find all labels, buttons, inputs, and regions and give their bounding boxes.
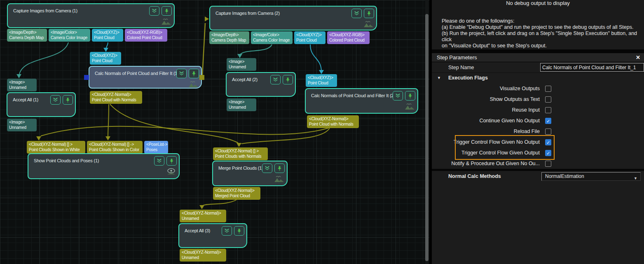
port-label: Poses bbox=[146, 147, 166, 152]
port-type: <Cloud(XYZ)> bbox=[94, 30, 121, 35]
single-step-execution-button[interactable] bbox=[149, 6, 159, 16]
input-port-unnamed[interactable]: <Image>Unnamed bbox=[227, 58, 256, 71]
collapse-caret-icon[interactable]: ▼ bbox=[437, 76, 441, 80]
output-port-unnamed[interactable]: <Image>Unnamed bbox=[227, 98, 256, 111]
node-merge-point-clouds-1[interactable]: Merge Point Clouds (1) bbox=[212, 161, 288, 186]
single-step-execution-button[interactable] bbox=[154, 156, 164, 166]
input-port-point-cloud[interactable]: <Cloud(XYZ)>Point Cloud bbox=[306, 74, 337, 87]
control-flow-out-port[interactable] bbox=[199, 75, 204, 80]
edge-connection[interactable] bbox=[310, 44, 321, 72]
image-output-icon[interactable] bbox=[363, 19, 374, 28]
single-step-execution-button[interactable] bbox=[176, 69, 187, 78]
node-calc-normals-1[interactable]: Calc Normals of Point Cloud and Filter I… bbox=[89, 66, 202, 89]
output-port-camera-depth-map[interactable]: <Image/Depth>Camera Depth Map bbox=[209, 31, 249, 44]
input-port-unnamed[interactable]: <Image>Unnamed bbox=[7, 79, 37, 91]
flag-checkbox[interactable] bbox=[545, 96, 551, 103]
port-type: <Image> bbox=[229, 99, 254, 105]
image-output-icon[interactable] bbox=[405, 102, 415, 110]
project-graph-canvas[interactable]: Capture Images from Camera (1)<Image/Dep… bbox=[0, 0, 429, 264]
port-label: Point Cloud bbox=[92, 58, 119, 63]
node-capture-images-from-camera-1[interactable]: Capture Images from Camera (1) bbox=[7, 3, 175, 28]
flag-checkbox[interactable]: ✓ bbox=[545, 118, 551, 124]
single-step-execution-button[interactable] bbox=[351, 9, 362, 18]
single-step-execution-button[interactable] bbox=[50, 95, 61, 105]
port-label: Point Cloud bbox=[94, 35, 121, 40]
image-output-icon[interactable] bbox=[274, 174, 284, 182]
node-capture-images-from-camera-2[interactable]: Capture Images from Camera (2) bbox=[209, 6, 377, 30]
port-label: Point Cloud with Normals bbox=[309, 121, 357, 127]
run-from-step-button[interactable] bbox=[283, 75, 293, 84]
single-step-execution-button[interactable] bbox=[270, 75, 281, 84]
edge-connection[interactable] bbox=[108, 104, 109, 136]
node-accept-all-1[interactable]: Accept All (1) bbox=[7, 92, 76, 117]
run-from-step-button[interactable] bbox=[405, 91, 415, 100]
step-name-row: Step Name bbox=[432, 62, 644, 73]
output-port-merged-point-cloud[interactable]: <Cloud(XYZ-Normal)>Merged Point Cloud bbox=[213, 187, 260, 200]
run-from-step-button[interactable] bbox=[162, 6, 172, 16]
flag-checkbox[interactable] bbox=[545, 107, 551, 113]
edge-arrowhead bbox=[237, 143, 241, 147]
input-port-point-clouds-shown-in-color[interactable]: <Cloud(XYZ-Normal) [] ->Point Clouds Sho… bbox=[87, 141, 143, 154]
node-accept-all-2[interactable]: Accept All (2) bbox=[226, 72, 296, 97]
image-output-icon[interactable] bbox=[188, 79, 199, 88]
visualize-eye-icon[interactable] bbox=[166, 167, 176, 175]
control-flow-in-port[interactable] bbox=[84, 75, 89, 80]
debug-output-instructions: Please do one of the followings:(a) Enab… bbox=[442, 18, 640, 49]
image-output-icon[interactable] bbox=[161, 17, 171, 25]
input-port-unnamed[interactable]: <Cloud(XYZ-Normal)>Unnamed bbox=[180, 210, 226, 222]
output-port-unnamed[interactable]: <Cloud(XYZ-Normal)>Unnamed bbox=[180, 249, 226, 262]
flag-checkbox[interactable]: ✓ bbox=[545, 150, 551, 156]
edge-connection[interactable] bbox=[19, 42, 68, 74]
port-type: <Cloud(XYZ-Normal)> bbox=[182, 210, 224, 216]
normal-calc-methods-dropdown[interactable]: NormalEstimation ▼ bbox=[541, 172, 641, 181]
node-buttons bbox=[154, 156, 177, 166]
run-from-step-button[interactable] bbox=[274, 164, 285, 173]
execution-flags-section[interactable]: ▼ Execution Flags bbox=[432, 73, 644, 83]
output-port-point-cloud-with-normals[interactable]: <Cloud(XYZ-Normal)>Point Cloud with Norm… bbox=[307, 115, 359, 128]
input-port-point-cloud[interactable]: <Cloud(XYZ)>Point Cloud bbox=[90, 52, 121, 65]
debug-instruction-line: (a) Enable "Debug Output" and run the pr… bbox=[442, 24, 640, 30]
single-step-execution-button[interactable] bbox=[393, 91, 403, 100]
flag-label: Notify & Procedure Out Given No Ou... bbox=[451, 161, 540, 166]
run-from-step-button[interactable] bbox=[63, 95, 73, 105]
run-from-step-button[interactable] bbox=[166, 156, 177, 166]
edge-connection[interactable] bbox=[110, 104, 238, 143]
edge-connection[interactable] bbox=[240, 44, 272, 54]
single-step-execution-button[interactable] bbox=[262, 164, 272, 173]
close-icon[interactable]: ✕ bbox=[636, 53, 640, 62]
flag-checkbox[interactable] bbox=[545, 161, 551, 167]
input-port-point-clouds-shown-in-white[interactable]: <Cloud(XYZ-Normal) [] >Point Clouds Show… bbox=[27, 141, 85, 154]
flag-checkbox[interactable] bbox=[545, 86, 551, 92]
run-from-step-button[interactable] bbox=[234, 226, 244, 236]
node-accept-all-3[interactable]: Accept All (3) bbox=[178, 223, 247, 248]
port-label: Camera Color Image bbox=[253, 37, 290, 43]
flag-checkbox[interactable]: ✓ bbox=[545, 139, 551, 145]
edge-arrowhead bbox=[105, 136, 110, 140]
edge-connection[interactable] bbox=[241, 128, 330, 144]
output-port-colored-point-cloud[interactable]: <Cloud(XYZ-RGB)>Colored Point Cloud bbox=[327, 31, 370, 44]
input-port-poses[interactable]: <PoseList->Poses bbox=[144, 141, 168, 154]
single-step-execution-button[interactable] bbox=[222, 226, 232, 236]
output-port-point-cloud[interactable]: <Cloud(XYZ)>Point Cloud bbox=[92, 29, 123, 42]
step-name-label: Step Name bbox=[448, 65, 474, 70]
output-port-colored-point-cloud[interactable]: <Cloud(XYZ-RGB)>Colored Point Cloud bbox=[125, 29, 167, 42]
input-port-point-clouds-with-normals[interactable]: <Cloud(XYZ-Normal) [] >Point Clouds with… bbox=[213, 147, 268, 160]
edge-connection[interactable] bbox=[202, 23, 205, 76]
port-label: Unnamed bbox=[9, 85, 35, 90]
output-port-point-cloud-with-normals[interactable]: <Cloud(XYZ-Normal)>Point Cloud with Norm… bbox=[90, 91, 142, 104]
flag-checkbox[interactable] bbox=[545, 128, 551, 135]
output-port-camera-depth-map[interactable]: <Image/Depth>Camera Depth Map bbox=[7, 29, 47, 42]
node-calc-normals-2[interactable]: Calc Normals of Point Cloud and Filter I… bbox=[305, 88, 418, 114]
output-port-unnamed[interactable]: <Image>Unnamed bbox=[7, 119, 37, 131]
output-port-point-cloud[interactable]: <Cloud(XYZ)>Point Cloud bbox=[294, 31, 326, 44]
output-port-camera-color-image[interactable]: <Image/Color>Camera Color Image bbox=[49, 29, 90, 42]
edge-connection[interactable] bbox=[202, 200, 237, 206]
port-type: <Image> bbox=[9, 119, 35, 125]
step-name-input[interactable] bbox=[540, 63, 644, 72]
node-title: Accept All (1) bbox=[13, 97, 38, 102]
run-from-step-button[interactable] bbox=[189, 69, 199, 78]
node-show-point-clouds-and-poses-1[interactable]: Show Point Clouds and Poses (1) bbox=[28, 153, 180, 179]
canvas-scrollbar-thumb[interactable] bbox=[425, 14, 429, 261]
output-port-camera-color-image[interactable]: <Image/Color>Camera Color Image bbox=[251, 31, 293, 44]
run-from-step-button[interactable] bbox=[364, 9, 374, 18]
